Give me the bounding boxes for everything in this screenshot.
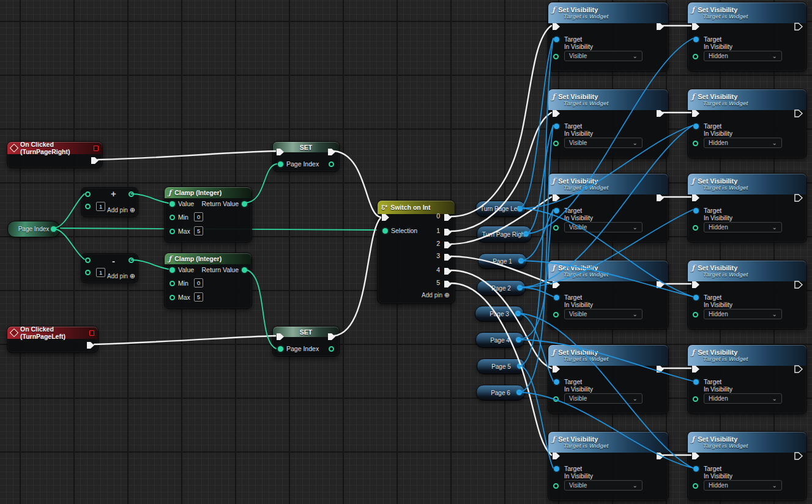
in-visibility-pin[interactable]: [553, 141, 559, 146]
subtract-input-a-pin[interactable]: [85, 258, 91, 263]
visibility-dropdown[interactable]: Hidden ⌄: [704, 138, 782, 148]
visibility-dropdown[interactable]: Visible ⌄: [564, 138, 643, 148]
case-1-exec-pin[interactable]: [444, 228, 452, 236]
event-node-onclicked-turnpageright[interactable]: On Clicked (TurnPageRight): [7, 141, 103, 168]
exec-in-pin[interactable]: [691, 23, 700, 31]
target-pin[interactable]: [554, 124, 559, 129]
exec-in-pin[interactable]: [691, 281, 700, 289]
exec-in-pin[interactable]: [552, 23, 561, 31]
exec-out-pin[interactable]: [656, 365, 665, 373]
target-pin[interactable]: [693, 379, 699, 385]
set-visibility-node-hidden-1[interactable]: ƒSet Visibility Target is Widget Target …: [687, 2, 807, 72]
exec-in-pin[interactable]: [552, 365, 561, 373]
in-visibility-pin[interactable]: [693, 141, 698, 146]
widget-ref-page-2[interactable]: Page 2: [477, 280, 526, 296]
max-value-field[interactable]: 5: [194, 292, 203, 302]
target-pin[interactable]: [693, 37, 699, 42]
add-input-b-pin[interactable]: [85, 204, 91, 209]
visibility-dropdown[interactable]: Hidden ⌄: [704, 480, 782, 491]
max-pin[interactable]: [169, 295, 175, 300]
target-pin[interactable]: [693, 124, 699, 129]
set-visibility-node-visible-5[interactable]: ƒSet Visibility Target is Widget Target …: [548, 344, 669, 414]
in-visibility-pin[interactable]: [693, 54, 698, 59]
set-visibility-node-hidden-6[interactable]: ƒSet Visibility Target is Widget Target …: [687, 431, 807, 501]
delegate-pin-icon[interactable]: [94, 146, 99, 151]
exec-in-pin[interactable]: [276, 148, 285, 156]
visibility-dropdown[interactable]: Visible ⌄: [564, 309, 643, 319]
set-page-index-node-top[interactable]: SET Page Index: [272, 141, 340, 172]
exec-in-pin[interactable]: [552, 281, 561, 289]
subtract-node[interactable]: 1 - Add pin ⊕: [81, 253, 138, 283]
target-pin[interactable]: [693, 466, 699, 472]
target-pin[interactable]: [554, 208, 559, 213]
widget-ref-page-6[interactable]: Page 6: [476, 385, 525, 401]
widget-out-pin[interactable]: [516, 390, 522, 395]
page-index-out-pin[interactable]: [329, 346, 334, 352]
set-visibility-node-visible-6[interactable]: ƒSet Visibility Target is Widget Target …: [548, 431, 669, 501]
exec-in-pin[interactable]: [381, 213, 390, 221]
in-visibility-pin[interactable]: [553, 225, 559, 231]
exec-out-pin[interactable]: [794, 281, 803, 289]
return-value-pin[interactable]: [242, 201, 247, 207]
subtract-default-value[interactable]: 1: [96, 268, 105, 277]
target-pin[interactable]: [554, 466, 559, 472]
value-pin[interactable]: [169, 201, 175, 207]
exec-out-pin[interactable]: [327, 333, 336, 341]
widget-ref-page-5[interactable]: Page 5: [477, 358, 526, 374]
in-visibility-pin[interactable]: [553, 54, 559, 59]
in-visibility-pin[interactable]: [553, 396, 559, 402]
add-pin-button[interactable]: Add pin ⊕: [422, 291, 450, 299]
in-visibility-pin[interactable]: [693, 483, 698, 489]
clamp-integer-node-top[interactable]: ƒ Clamp (Integer) Value Return Value Min…: [164, 187, 252, 243]
set-visibility-node-hidden-3[interactable]: ƒSet Visibility Target is Widget Target …: [687, 173, 807, 243]
subtract-output-pin[interactable]: [129, 258, 134, 263]
in-visibility-pin[interactable]: [693, 396, 698, 402]
max-pin[interactable]: [169, 229, 175, 234]
in-visibility-pin[interactable]: [553, 312, 559, 317]
set-visibility-node-hidden-2[interactable]: ƒSet Visibility Target is Widget Target …: [687, 89, 807, 158]
widget-out-pin[interactable]: [515, 311, 521, 316]
target-pin[interactable]: [554, 295, 559, 300]
set-visibility-node-visible-4[interactable]: ƒSet Visibility Target is Widget Target …: [548, 260, 669, 330]
target-pin[interactable]: [693, 295, 699, 300]
exec-out-pin[interactable]: [327, 148, 336, 156]
exec-in-pin[interactable]: [691, 365, 700, 373]
exec-out-pin[interactable]: [794, 365, 803, 373]
exec-out-pin[interactable]: [91, 157, 99, 165]
add-pin-button[interactable]: Add pin ⊕: [107, 272, 135, 280]
delegate-pin-icon[interactable]: [89, 330, 94, 336]
event-node-onclicked-turnpageleft[interactable]: On Clicked (TurnPageLeft): [7, 326, 99, 353]
selection-pin[interactable]: [382, 228, 388, 234]
case-2-exec-pin[interactable]: [444, 241, 452, 249]
widget-out-pin[interactable]: [523, 231, 529, 237]
return-value-pin[interactable]: [242, 267, 247, 273]
variable-node-page-index[interactable]: Page Index: [7, 221, 60, 237]
widget-out-pin[interactable]: [518, 258, 524, 264]
add-input-a-pin[interactable]: [85, 191, 91, 197]
widget-ref-page-3[interactable]: Page 3: [475, 306, 524, 322]
blueprint-graph-canvas[interactable]: On Clicked (TurnPageRight) On Clicked (T…: [0, 0, 812, 504]
in-visibility-pin[interactable]: [693, 225, 698, 231]
exec-in-pin[interactable]: [276, 333, 285, 341]
max-value-field[interactable]: 5: [194, 226, 203, 235]
clamp-integer-node-bottom[interactable]: ƒ Clamp (Integer) Value Return Value Min…: [164, 253, 252, 309]
exec-in-pin[interactable]: [552, 109, 561, 117]
min-pin[interactable]: [169, 215, 175, 220]
widget-out-pin[interactable]: [517, 285, 523, 291]
set-visibility-node-visible-2[interactable]: ƒSet Visibility Target is Widget Target …: [548, 89, 669, 158]
case-5-exec-pin[interactable]: [444, 280, 452, 288]
exec-out-pin[interactable]: [656, 452, 665, 460]
set-visibility-node-hidden-5[interactable]: ƒSet Visibility Target is Widget Target …: [687, 344, 807, 414]
visibility-dropdown[interactable]: Visible ⌄: [564, 222, 643, 232]
case-4-exec-pin[interactable]: [444, 267, 452, 275]
in-visibility-pin[interactable]: [553, 483, 559, 489]
case-0-exec-pin[interactable]: [444, 213, 452, 221]
exec-in-pin[interactable]: [552, 194, 561, 202]
target-pin[interactable]: [554, 37, 559, 42]
set-visibility-node-hidden-4[interactable]: ƒSet Visibility Target is Widget Target …: [687, 260, 807, 330]
widget-out-pin[interactable]: [516, 337, 521, 343]
min-value-field[interactable]: 0: [194, 278, 203, 287]
visibility-dropdown[interactable]: Visible ⌄: [564, 480, 643, 491]
exec-in-pin[interactable]: [691, 194, 700, 202]
min-value-field[interactable]: 0: [194, 212, 203, 221]
